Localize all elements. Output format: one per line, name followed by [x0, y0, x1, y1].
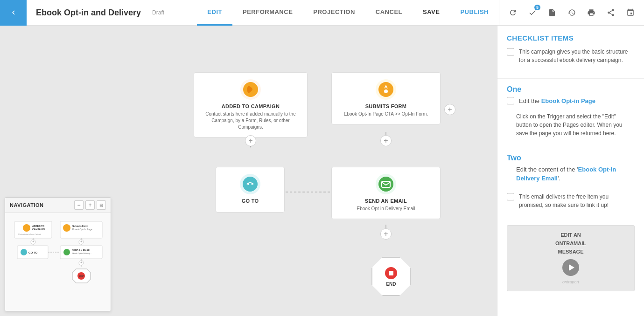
notes-button[interactable] — [543, 4, 561, 21]
section-two-block: Edit the content of the 'Ebook Opt-in De… — [497, 165, 644, 192]
nav-edit[interactable]: EDIT — [197, 0, 232, 26]
section-one-prefix: Edit the — [519, 97, 541, 104]
svg-text:Ebook Opt-in Delivery...: Ebook Opt-in Delivery... — [72, 252, 91, 254]
plus-email-below[interactable]: + — [380, 228, 392, 240]
section-two-title: Two — [497, 150, 644, 165]
nav-save[interactable]: SAVE — [413, 0, 450, 26]
minimap-zoom-in[interactable]: + — [85, 200, 95, 210]
minimap-fit[interactable]: ⊟ — [97, 200, 106, 210]
back-button[interactable] — [0, 0, 27, 26]
nav-projection[interactable]: PROJECTION — [303, 0, 365, 26]
node-send-email[interactable]: SEND AN EMAIL Ebook Opt-in Delivery Emai… — [331, 167, 441, 219]
svg-rect-11 — [389, 271, 393, 275]
node-goto-title: GO TO — [242, 198, 259, 204]
section-two-prefix: Edit the content of the ' — [516, 166, 578, 173]
plus-submits-below[interactable]: + — [380, 135, 392, 146]
node-added-desc: Contact starts here if added manually to… — [200, 111, 301, 131]
svg-point-28 — [21, 249, 27, 255]
video-label-line3: MESSAGE — [558, 249, 583, 254]
node-end-label: END — [386, 282, 396, 287]
svg-text:+: + — [80, 261, 83, 265]
svg-text:Submits Form: Submits Form — [72, 225, 88, 227]
section-two-suffix: '. — [558, 175, 560, 182]
checklist-badge: 5 — [534, 5, 540, 10]
svg-text:GO TO: GO TO — [28, 251, 38, 254]
node-sendemail-desc: Ebook Opt-in Delivery Email — [357, 206, 415, 212]
svg-point-13 — [23, 224, 30, 232]
checklist-intro-item: This campaign gives you the basic struct… — [507, 48, 635, 64]
divider-2 — [497, 147, 644, 147]
svg-point-31 — [63, 249, 70, 255]
checklist-checkbox-two[interactable] — [507, 193, 514, 200]
node-end-inner: END — [384, 266, 398, 287]
minimap-zoom-out[interactable]: − — [74, 200, 84, 210]
header-tools: 5 — [499, 0, 644, 26]
minimap-title: NAVIGATION — [10, 202, 43, 208]
node-added-title: ADDED TO CAMPAIGN — [222, 103, 280, 109]
video-section: EDIT AN ONTRAMAIL MESSAGE ontraport — [497, 216, 644, 301]
svg-text:SEND AN EMAIL: SEND AN EMAIL — [72, 249, 90, 252]
section-one-title: One — [497, 82, 644, 96]
checklist-checkbox-intro[interactable] — [507, 48, 514, 55]
play-button[interactable] — [562, 259, 579, 276]
node-goto[interactable]: GO TO — [216, 167, 285, 213]
minimap-controls: − + ⊟ — [74, 200, 106, 210]
plus-added-below[interactable]: + — [245, 135, 256, 146]
header: Ebook Opt-in and Delivery Draft EDIT PER… — [0, 0, 644, 26]
page-title: Ebook Opt-in and Delivery — [27, 8, 150, 18]
nav-performance[interactable]: PERFORMANCE — [232, 0, 303, 26]
video-label-line2: ONTRAMAIL — [555, 240, 586, 246]
pin-button[interactable] — [622, 4, 639, 21]
share-button[interactable] — [602, 4, 620, 21]
refresh-button[interactable] — [504, 4, 522, 21]
svg-point-8 — [378, 177, 393, 192]
minimap: NAVIGATION − + ⊟ ADDED TO CAMPAIGN Conta… — [5, 197, 111, 311]
draft-badge: Draft — [152, 9, 164, 16]
svg-point-7 — [249, 183, 252, 185]
main-content: ADDED TO CAMPAIGN Contact starts here if… — [0, 26, 644, 316]
node-end[interactable]: END — [371, 257, 411, 296]
node-submits-title: Submits Form — [365, 103, 407, 109]
section-one-link-text[interactable]: Ebook Opt-in Page — [541, 97, 595, 104]
divider-1 — [497, 78, 644, 79]
section-one-block: Edit the Ebook Opt-in Page Click on the … — [497, 96, 644, 144]
checklist-one-item: Edit the Ebook Opt-in Page — [507, 96, 635, 106]
video-thumbnail[interactable]: EDIT AN ONTRAMAIL MESSAGE ontraport — [507, 225, 635, 291]
svg-text:+: + — [32, 240, 35, 244]
history-button[interactable] — [563, 4, 581, 21]
video-brand: ontraport — [562, 280, 579, 284]
section-two-link: Edit the content of the 'Ebook Opt-in De… — [507, 165, 635, 186]
checklist-two-text: This email delivers the free item you pr… — [519, 192, 635, 209]
workflow-canvas[interactable]: ADDED TO CAMPAIGN Contact starts here if… — [0, 26, 497, 316]
node-sendemail-title: SEND AN EMAIL — [365, 198, 407, 204]
checklist-intro-text: This campaign gives you the basic struct… — [519, 48, 635, 64]
section-one-link: Edit the Ebook Opt-in Page — [519, 96, 595, 106]
svg-text:END: END — [79, 275, 84, 278]
svg-text:Ebook Opt-In Page...: Ebook Opt-In Page... — [72, 228, 94, 231]
print-button[interactable] — [582, 4, 600, 21]
header-nav: EDIT PERFORMANCE PROJECTION CANCEL SAVE … — [197, 0, 499, 26]
plus-submits-right[interactable]: + — [444, 104, 455, 115]
svg-text:Contact starts here if added: Contact starts here if added — [18, 233, 41, 235]
minimap-content[interactable]: ADDED TO CAMPAIGN Contact starts here if… — [5, 213, 111, 311]
checklist-two-item: This email delivers the free item you pr… — [497, 192, 644, 209]
svg-text:CAMPAIGN: CAMPAIGN — [32, 228, 45, 231]
video-label-line1: EDIT AN — [560, 232, 581, 238]
right-panel: CHECKLIST ITEMS This campaign gives you … — [497, 26, 644, 316]
node-submits-form[interactable]: Submits Form Ebook Opt-In Page CTA >> Op… — [331, 72, 441, 124]
checklist-button[interactable]: 5 — [524, 4, 541, 21]
checklist-checkbox-one[interactable] — [507, 97, 514, 104]
minimap-header: NAVIGATION − + ⊟ — [5, 198, 111, 213]
video-content: EDIT AN ONTRAMAIL MESSAGE ontraport — [513, 232, 629, 284]
svg-point-5 — [384, 89, 388, 93]
node-added-to-campaign[interactable]: ADDED TO CAMPAIGN Contact starts here if… — [194, 72, 308, 137]
nav-publish[interactable]: PUBLISH — [450, 0, 499, 26]
svg-text:+: + — [80, 240, 83, 244]
node-submits-desc: Ebook Opt-In Page CTA >> Opt-In Form. — [344, 111, 428, 117]
svg-text:ADDED TO: ADDED TO — [32, 225, 44, 227]
section-one-desc: Click on the Trigger and select the "Edi… — [507, 112, 635, 137]
panel-header: CHECKLIST ITEMS This campaign gives you … — [497, 26, 644, 76]
checklist-title: CHECKLIST ITEMS — [507, 34, 635, 42]
svg-point-18 — [63, 224, 70, 232]
nav-cancel[interactable]: CANCEL — [365, 0, 413, 26]
